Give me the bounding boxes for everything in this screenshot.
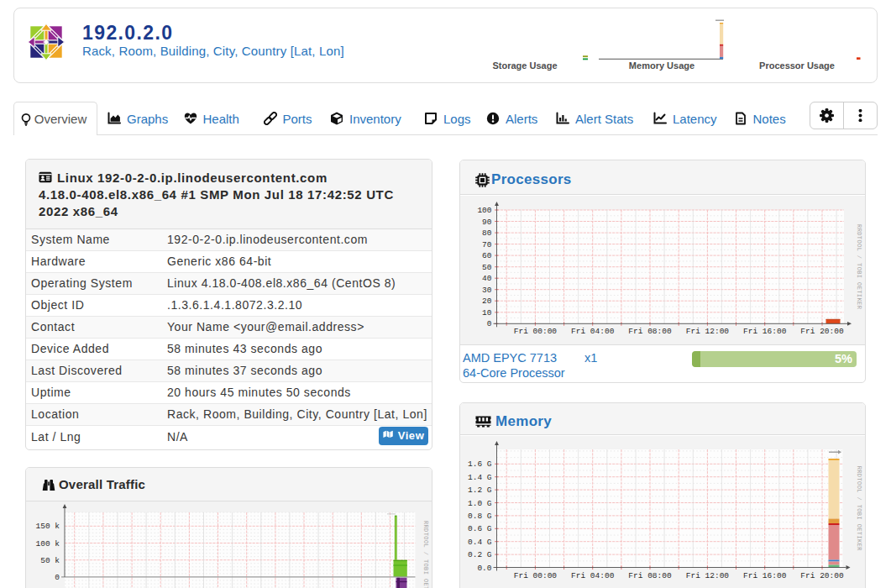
svg-text:RRDTOOL / TOBI OETIKER: RRDTOOL / TOBI OETIKER	[856, 466, 862, 552]
svg-text:0: 0	[55, 573, 60, 582]
svg-text:100: 100	[477, 206, 491, 215]
svg-text:Fri 20:00: Fri 20:00	[800, 327, 844, 336]
svg-text:100 k: 100 k	[35, 539, 60, 549]
svg-text:1.0 G: 1.0 G	[468, 499, 492, 508]
svg-text:Fri 12:00: Fri 12:00	[686, 327, 730, 336]
svg-text:0: 0	[487, 319, 492, 328]
svg-text:0.8 G: 0.8 G	[468, 512, 492, 521]
svg-text:RRDTOOL / TOBI OETIKER: RRDTOOL / TOBI OETIKER	[422, 521, 429, 588]
svg-text:60: 60	[482, 251, 492, 260]
svg-text:Fri 00:00: Fri 00:00	[514, 571, 558, 580]
svg-text:90: 90	[482, 218, 492, 227]
svg-text:30: 30	[482, 286, 492, 295]
svg-text:0.2 G: 0.2 G	[468, 550, 492, 559]
svg-text:Fri 00:00: Fri 00:00	[514, 327, 558, 336]
svg-text:Fri 08:00: Fri 08:00	[628, 571, 672, 580]
svg-text:70: 70	[482, 240, 492, 249]
svg-text:80: 80	[482, 228, 492, 238]
svg-text:Fri 12:00: Fri 12:00	[686, 571, 730, 580]
svg-text:Fri 04:00: Fri 04:00	[571, 327, 615, 336]
svg-text:10: 10	[482, 308, 492, 318]
svg-text:RRDTOOL / TOBI OETIKER: RRDTOOL / TOBI OETIKER	[856, 224, 862, 310]
svg-text:40: 40	[482, 274, 492, 283]
svg-text:150 k: 150 k	[35, 522, 60, 531]
svg-text:1.4 G: 1.4 G	[468, 473, 492, 482]
svg-text:50 k: 50 k	[40, 556, 60, 565]
svg-text:50: 50	[482, 263, 492, 272]
svg-text:Fri 04:00: Fri 04:00	[571, 571, 615, 580]
svg-text:20: 20	[482, 297, 492, 306]
svg-text:1.6 G: 1.6 G	[468, 459, 492, 469]
svg-text:0.4 G: 0.4 G	[468, 538, 492, 547]
svg-text:Fri 16:00: Fri 16:00	[743, 571, 787, 580]
svg-text:0.0: 0.0	[477, 564, 491, 573]
svg-text:Fri 08:00: Fri 08:00	[628, 327, 672, 336]
svg-text:Fri 16:00: Fri 16:00	[743, 327, 787, 336]
svg-text:Fri 20:00: Fri 20:00	[800, 571, 844, 580]
svg-text:1.2 G: 1.2 G	[468, 486, 492, 495]
svg-text:0.6 G: 0.6 G	[468, 524, 492, 533]
